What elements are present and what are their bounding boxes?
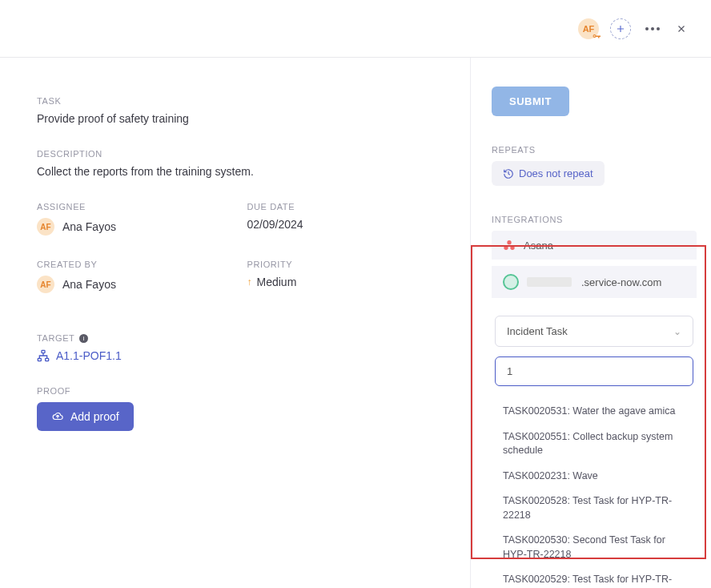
close-icon bbox=[676, 23, 687, 34]
result-item[interactable]: TASK0020231: Wave bbox=[495, 464, 693, 489]
left-panel: TASK Provide proof of safety training DE… bbox=[0, 58, 471, 588]
repeat-chip[interactable]: Does not repeat bbox=[492, 161, 605, 186]
description-label: DESCRIPTION bbox=[37, 149, 441, 159]
select-value: Incident Task bbox=[507, 325, 568, 337]
priority-value: Medium bbox=[257, 276, 297, 288]
asana-icon bbox=[503, 239, 516, 252]
priority-label: PRIORITY bbox=[247, 260, 442, 269]
content: TASK Provide proof of safety training DE… bbox=[0, 58, 711, 588]
creator-name: Ana Fayos bbox=[62, 278, 116, 291]
repeats-label: REPEATS bbox=[492, 145, 697, 155]
assignee-row[interactable]: AF Ana Fayos bbox=[37, 218, 231, 236]
add-button[interactable] bbox=[610, 18, 631, 39]
asana-label: Asana bbox=[524, 240, 553, 252]
created-by-row: AF Ana Fayos bbox=[37, 276, 231, 293]
chevron-down-icon: ⌄ bbox=[673, 326, 681, 337]
result-item[interactable]: TASK0020551: Collect backup system sched… bbox=[495, 425, 693, 464]
search-input-wrapper[interactable] bbox=[495, 356, 693, 386]
result-item[interactable]: TASK0020528: Test Task for HYP-TR-22218 bbox=[495, 489, 693, 528]
plus-icon bbox=[615, 23, 626, 34]
cloud-upload-icon bbox=[51, 411, 64, 422]
result-item[interactable]: TASK0020530: Second Test Task for HYP-TR… bbox=[495, 528, 693, 567]
search-input[interactable] bbox=[507, 365, 681, 377]
submit-button[interactable]: SUBMIT bbox=[492, 87, 569, 116]
more-menu[interactable] bbox=[642, 24, 663, 34]
priority-arrow-icon: ↑ bbox=[247, 276, 252, 288]
due-date-value: 02/09/2024 bbox=[247, 218, 442, 231]
task-title: Provide proof of safety training bbox=[37, 112, 441, 125]
task-label: TASK bbox=[37, 96, 441, 106]
target-label-text: TARGET bbox=[37, 333, 74, 343]
result-item[interactable]: TASK0020531: Water the agave amica bbox=[495, 399, 693, 425]
description-value: Collect the reports from the training sy… bbox=[37, 165, 441, 178]
svg-rect-2 bbox=[46, 358, 49, 360]
hierarchy-icon bbox=[37, 349, 50, 362]
svg-point-4 bbox=[504, 246, 508, 250]
add-proof-button[interactable]: Add proof bbox=[37, 402, 134, 431]
svg-point-5 bbox=[510, 246, 514, 250]
right-panel: SUBMIT REPEATS Does not repeat INTEGRATI… bbox=[471, 58, 711, 588]
creator-avatar: AF bbox=[37, 276, 54, 293]
assignee-avatar: AF bbox=[37, 218, 54, 236]
proof-label: PROOF bbox=[37, 386, 441, 396]
obscured-text bbox=[527, 277, 572, 287]
assignee-label: ASSIGNEE bbox=[37, 202, 231, 211]
due-date-label: DUE DATE bbox=[247, 202, 442, 211]
integration-servicenow[interactable]: .service-now.com bbox=[492, 266, 697, 298]
results-list: TASK0020531: Water the agave amica TASK0… bbox=[495, 399, 693, 588]
history-icon bbox=[503, 168, 514, 179]
info-icon[interactable]: i bbox=[79, 334, 88, 343]
assignee-name: Ana Fayos bbox=[62, 220, 116, 233]
assignee-initials: AF bbox=[40, 223, 50, 232]
close-button[interactable] bbox=[674, 22, 689, 36]
add-proof-label: Add proof bbox=[70, 410, 119, 423]
current-user-avatar[interactable]: AF bbox=[578, 18, 599, 39]
servicenow-panel: Incident Task ⌄ TASK0020531: Water the a… bbox=[492, 304, 697, 588]
priority-row: ↑ Medium bbox=[247, 276, 442, 288]
key-icon bbox=[592, 32, 601, 42]
top-bar: AF bbox=[0, 0, 711, 58]
servicenow-icon bbox=[503, 274, 519, 290]
svg-rect-1 bbox=[38, 358, 41, 360]
svg-rect-0 bbox=[42, 350, 45, 352]
servicenow-domain: .service-now.com bbox=[581, 276, 661, 288]
svg-point-3 bbox=[507, 240, 511, 244]
result-item[interactable]: TASK0020529: Test Task for HYP-TR-22218 bbox=[495, 567, 693, 588]
integrations-label: INTEGRATIONS bbox=[492, 215, 697, 224]
target-link[interactable]: A1.1-POF1.1 bbox=[37, 349, 441, 362]
integration-asana[interactable]: Asana bbox=[492, 231, 697, 260]
creator-initials: AF bbox=[40, 280, 50, 289]
created-by-label: CREATED BY bbox=[37, 260, 231, 269]
target-label: TARGET i bbox=[37, 333, 441, 343]
repeat-value: Does not repeat bbox=[519, 167, 593, 179]
task-type-select[interactable]: Incident Task ⌄ bbox=[495, 316, 693, 347]
target-value: A1.1-POF1.1 bbox=[56, 349, 122, 362]
